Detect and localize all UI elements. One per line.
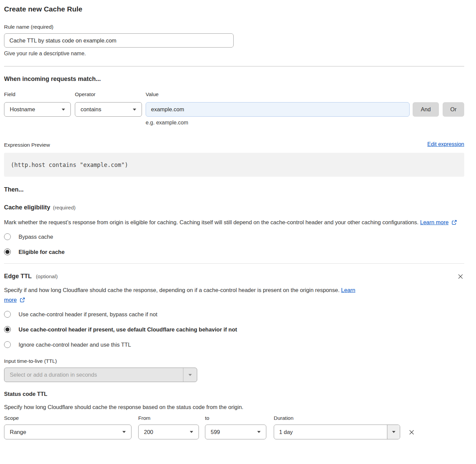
scope-label: Scope <box>4 415 131 421</box>
ttl-duration-select[interactable]: Select or add a duration in seconds <box>4 368 197 382</box>
expression-code-text: (http.host contains "example.com") <box>11 162 128 168</box>
chevron-down-icon <box>133 109 136 111</box>
to-select-value: 599 <box>211 429 220 435</box>
chevron-down-icon <box>257 431 261 433</box>
radio-checked-icon[interactable] <box>4 249 11 255</box>
duration-column: Duration 1 day <box>274 415 400 439</box>
and-button[interactable]: And <box>413 102 439 117</box>
radio-option-bypass-cache[interactable]: Bypass cache <box>4 233 464 240</box>
cache-eligibility-learn-more-link[interactable]: Learn more <box>420 219 448 225</box>
radio-option-eligible-for-cache[interactable]: Eligible for cache <box>4 249 464 255</box>
edge-ttl-description: Specify if and how long Cloudflare shoul… <box>4 285 358 305</box>
row-close-column <box>408 415 416 437</box>
duration-select-value: 1 day <box>274 425 387 439</box>
status-code-ttl-row: Scope Range From 200 to 599 Duration 1 d… <box>4 415 464 439</box>
edge-ttl-heading: Edge TTL <box>4 273 32 280</box>
ttl-input-label: Input time-to-live (TTL) <box>4 358 464 364</box>
match-heading: When incoming requests match... <box>4 76 464 83</box>
scope-select[interactable]: Range <box>4 425 131 439</box>
radio-label: Use cache-control header if present, byp… <box>19 311 157 318</box>
value-input[interactable] <box>146 102 410 117</box>
radio-icon[interactable] <box>4 233 11 240</box>
duration-label: Duration <box>274 415 400 421</box>
operator-label: Operator <box>75 91 142 97</box>
close-icon <box>408 429 415 436</box>
radio-option-use-header-bypass[interactable]: Use cache-control header if present, byp… <box>4 311 464 318</box>
section-divider <box>4 263 464 264</box>
chevron-down-icon <box>62 109 65 111</box>
status-code-ttl-description: Specify how long Cloudflare should cache… <box>4 404 464 410</box>
value-column: Value e.g. example.com <box>146 91 410 126</box>
or-column: Or <box>443 91 464 117</box>
to-label: to <box>205 415 266 421</box>
expression-preview-label: Expression Preview <box>4 141 50 148</box>
edge-ttl-optional-badge: (optional) <box>36 273 58 279</box>
to-select[interactable]: 599 <box>205 425 266 439</box>
cache-eligibility-description: Mark whether the request’s response from… <box>4 218 457 227</box>
external-link-icon <box>20 297 25 302</box>
to-column: to 599 <box>205 415 266 439</box>
rule-name-help: Give your rule a descriptive name. <box>4 50 464 57</box>
radio-option-ignore-header[interactable]: Ignore cache-control header and use this… <box>4 341 464 348</box>
cache-eligibility-heading: Cache eligibility <box>4 204 50 211</box>
radio-icon[interactable] <box>4 341 11 348</box>
value-help: e.g. example.com <box>146 119 410 126</box>
rule-name-label: Rule name (required) <box>4 24 464 30</box>
radio-label: Ignore cache-control header and use this… <box>19 342 131 348</box>
radio-option-use-header-default[interactable]: Use cache-control header if present, use… <box>4 326 464 333</box>
edge-ttl-description-text: Specify if and how long Cloudflare shoul… <box>4 287 339 293</box>
from-select-value: 200 <box>144 429 153 435</box>
field-column: Field Hostname <box>4 91 71 117</box>
from-label: From <box>138 415 199 421</box>
value-label: Value <box>146 91 410 97</box>
rule-name-input[interactable] <box>4 33 234 48</box>
expression-preview-code: (http.host contains "example.com") <box>4 153 464 177</box>
radio-icon[interactable] <box>4 311 11 318</box>
section-divider <box>4 66 464 66</box>
radio-label: Eligible for cache <box>19 249 65 255</box>
status-code-ttl-heading: Status code TTL <box>4 391 464 397</box>
field-select[interactable]: Hostname <box>4 102 71 117</box>
edit-expression-link[interactable]: Edit expression <box>427 141 464 147</box>
edge-ttl-close-button[interactable] <box>457 273 464 280</box>
cache-eligibility-required-badge: (required) <box>53 205 76 211</box>
edge-ttl-heading-row: Edge TTL (optional) <box>4 273 464 280</box>
field-select-value: Hostname <box>10 106 35 113</box>
chevron-down-icon <box>188 374 192 376</box>
match-condition-row: Field Hostname Operator contains Value e… <box>4 91 464 126</box>
expression-preview-row: Expression Preview Edit expression <box>4 141 464 148</box>
chevron-down-icon <box>122 431 126 433</box>
radio-label: Bypass cache <box>19 234 53 240</box>
scope-column: Scope Range <box>4 415 131 439</box>
ttl-select-placeholder: Select or add a duration in seconds <box>4 372 183 378</box>
close-icon <box>457 273 464 280</box>
edge-ttl-heading-group: Edge TTL (optional) <box>4 273 58 280</box>
scope-select-value: Range <box>10 429 26 435</box>
cache-eligibility-heading-row: Cache eligibility (required) <box>4 204 464 211</box>
chevron-down-icon <box>190 431 193 433</box>
create-cache-rule-form: Create new Cache Rule Rule name (require… <box>0 0 476 448</box>
chevron-down-icon <box>392 431 395 433</box>
radio-checked-icon[interactable] <box>4 326 11 333</box>
and-column: And <box>413 91 439 117</box>
then-heading: Then... <box>4 186 464 193</box>
operator-column: Operator contains <box>75 91 142 117</box>
status-row-remove-button[interactable] <box>408 428 416 436</box>
external-link-icon <box>452 220 457 225</box>
duration-select[interactable]: 1 day <box>274 425 400 439</box>
from-column: From 200 <box>138 415 199 439</box>
field-label: Field <box>4 91 71 97</box>
from-select[interactable]: 200 <box>138 425 199 439</box>
page-title: Create new Cache Rule <box>4 5 464 13</box>
or-button[interactable]: Or <box>443 102 464 117</box>
cache-eligibility-description-text: Mark whether the request’s response from… <box>4 219 419 225</box>
operator-select-value: contains <box>81 106 101 113</box>
duration-select-arrow-button[interactable] <box>387 425 400 439</box>
radio-label: Use cache-control header if present, use… <box>19 326 237 333</box>
operator-select[interactable]: contains <box>75 102 142 117</box>
ttl-select-arrow-box[interactable] <box>183 368 197 382</box>
